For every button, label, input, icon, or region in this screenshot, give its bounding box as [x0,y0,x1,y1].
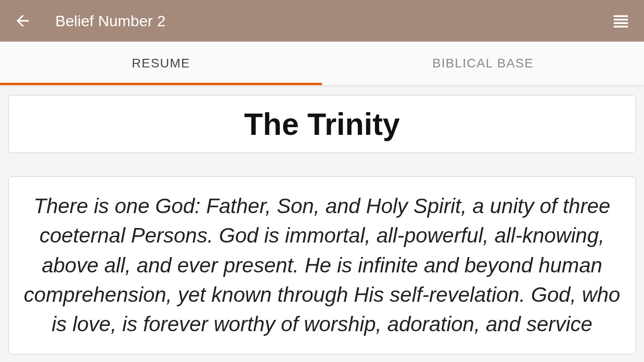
belief-description: There is one God: Father, Son, and Holy … [21,191,623,339]
menu-button[interactable] [611,11,630,30]
title-card: The Trinity [8,95,636,153]
tab-biblical-base[interactable]: BIBLICAL BASE [322,42,644,85]
arrow-left-icon [14,12,32,30]
tab-label: BIBLICAL BASE [433,56,534,71]
svg-rect-0 [614,15,628,17]
svg-rect-1 [614,19,628,20]
header: Belief Number 2 [0,0,644,42]
tab-resume[interactable]: RESUME [0,42,322,85]
content-area: The Trinity There is one God: Father, So… [0,85,644,362]
svg-rect-2 [614,22,628,24]
svg-rect-3 [614,26,628,28]
tab-label: RESUME [132,56,190,71]
belief-title: The Trinity [19,106,625,142]
page-title: Belief Number 2 [55,12,611,30]
description-card: There is one God: Father, Son, and Holy … [8,176,636,354]
back-button[interactable] [14,12,32,30]
tabs: RESUME BIBLICAL BASE [0,42,644,85]
menu-icon [611,11,630,30]
